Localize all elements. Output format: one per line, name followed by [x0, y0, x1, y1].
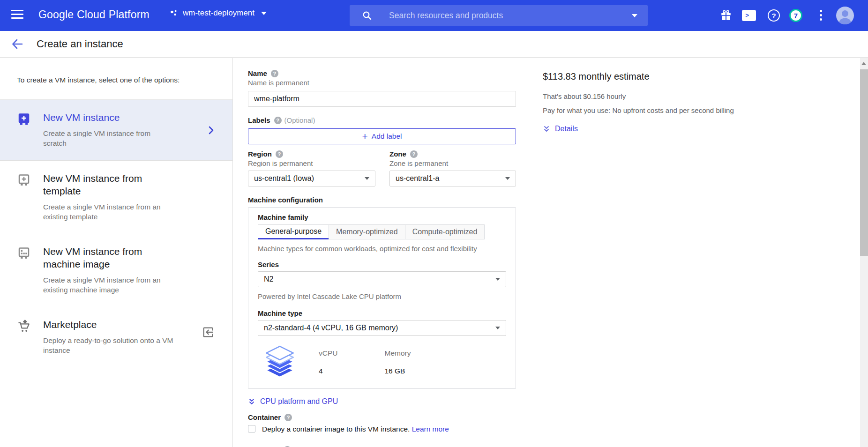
- estimate-hourly: That's about $0.156 hourly: [543, 92, 805, 100]
- project-name: wm-test-deployment: [183, 8, 254, 18]
- vcpu-summary: vCPU 4: [319, 344, 337, 375]
- question-help-icon[interactable]: ?: [410, 150, 418, 158]
- expand-more-double-icon: [543, 125, 550, 133]
- memory-value: 16 GB: [384, 367, 411, 375]
- container-label: Container: [248, 413, 281, 422]
- dropdown-caret-icon: [495, 278, 500, 281]
- container-checkbox-row: Deploy a container image to this VM inst…: [248, 425, 516, 433]
- region-hint: Region is permanent: [248, 159, 375, 168]
- name-input[interactable]: [248, 91, 516, 107]
- kebab-menu-icon[interactable]: [820, 10, 823, 22]
- sidebar-item-new-vm-from-template[interactable]: New VM instance from template Create a s…: [0, 161, 232, 234]
- vm-template-icon: [17, 173, 31, 187]
- back-arrow-icon[interactable]: [10, 37, 24, 51]
- labels-optional: (Optional): [284, 116, 315, 125]
- option-subtitle: Create a single VM instance from an exis…: [43, 275, 174, 295]
- vertical-scrollbar[interactable]: [860, 58, 868, 447]
- container-checkbox[interactable]: [248, 425, 255, 432]
- series-label: Series: [258, 261, 506, 268]
- zone-hint: Zone is permanent: [389, 159, 516, 168]
- question-help-icon[interactable]: ?: [274, 117, 282, 124]
- cloud-shell-icon[interactable]: >_: [742, 10, 756, 21]
- question-help-icon[interactable]: ?: [284, 414, 292, 421]
- machine-configuration-label: Machine configuration: [248, 196, 516, 204]
- region-field: Region ? Region is permanent us-central1…: [248, 150, 375, 186]
- details-text: Details: [555, 125, 578, 133]
- name-label-row: Name ?: [248, 69, 516, 78]
- container-label-row: Container ?: [248, 413, 516, 422]
- machine-type-label: Machine type: [258, 309, 506, 317]
- tab-memory-optimized[interactable]: Memory-optimized: [329, 224, 405, 239]
- expand-more-double-icon: [248, 398, 255, 406]
- machine-configuration-card: Machine family General-purpose Memory-op…: [248, 207, 516, 389]
- gcp-logo[interactable]: Google Cloud Platform: [38, 8, 150, 21]
- question-help-icon[interactable]: ?: [271, 70, 278, 77]
- hamburger-menu-icon[interactable]: [11, 10, 23, 20]
- open-panel-icon[interactable]: [202, 326, 215, 339]
- name-label: Name: [248, 69, 267, 78]
- notification-badge[interactable]: 7: [789, 9, 802, 22]
- create-options-sidebar: To create a VM instance, select one of t…: [0, 58, 233, 447]
- name-hint: Name is permanent: [248, 79, 516, 87]
- memory-label: Memory: [384, 349, 411, 358]
- region-zone-row: Region ? Region is permanent us-central1…: [248, 150, 516, 186]
- chevron-down-icon: [261, 12, 267, 15]
- add-label-button[interactable]: + Add label: [248, 128, 516, 144]
- dropdown-caret-icon: [365, 177, 369, 180]
- vm-plus-icon: [17, 112, 31, 126]
- sidebar-item-marketplace[interactable]: Marketplace Deploy a ready-to-go solutio…: [0, 307, 232, 367]
- cpu-platform-gpu-link[interactable]: CPU platform and GPU: [248, 397, 516, 406]
- option-title: New VM instance from template: [43, 172, 179, 197]
- labels-label-row: Labels ? (Optional): [248, 116, 516, 125]
- tab-compute-optimized[interactable]: Compute-optimized: [405, 224, 485, 239]
- page-header: Create an instance: [0, 31, 868, 58]
- series-value: N2: [264, 275, 273, 283]
- machine-image-icon: [17, 246, 31, 260]
- avatar[interactable]: [836, 7, 854, 24]
- cpu-platform-gpu-text: CPU platform and GPU: [260, 397, 338, 406]
- sidebar-item-new-vm-from-machine-image[interactable]: New VM instance from machine image Creat…: [0, 234, 232, 307]
- zone-value: us-central1-a: [396, 174, 439, 183]
- labels-label: Labels: [248, 116, 270, 125]
- sidebar-item-new-vm-instance[interactable]: New VM instance Create a single VM insta…: [0, 100, 232, 161]
- machine-family-label: Machine family: [258, 213, 506, 222]
- search-bar[interactable]: [350, 5, 648, 26]
- search-scope-caret-icon[interactable]: [632, 14, 637, 17]
- estimate-billing-note: Pay for what you use: No upfront costs a…: [543, 106, 805, 114]
- vcpu-label: vCPU: [319, 349, 337, 358]
- instance-form: Name ? Name is permanent Labels ? (Optio…: [233, 58, 543, 447]
- help-icon[interactable]: ?: [768, 9, 780, 22]
- option-title: New VM instance from machine image: [43, 245, 179, 270]
- question-help-icon[interactable]: ?: [276, 150, 283, 158]
- machine-family-tabs: General-purpose Memory-optimized Compute…: [258, 224, 506, 239]
- region-dropdown[interactable]: us-central1 (Iowa): [248, 171, 375, 186]
- zone-dropdown[interactable]: us-central1-a: [389, 171, 516, 186]
- series-hint: Powered by Intel Cascade Lake CPU platfo…: [258, 292, 506, 301]
- chevron-right-icon: [205, 125, 217, 136]
- learn-more-link[interactable]: Learn more: [412, 425, 449, 433]
- machine-type-value: n2-standard-4 (4 vCPU, 16 GB memory): [264, 324, 398, 332]
- details-link[interactable]: Details: [543, 125, 805, 133]
- top-navigation-bar: Google Cloud Platform wm-test-deployment: [0, 0, 868, 31]
- zone-label: Zone: [389, 150, 406, 158]
- machine-family-hint: Machine types for common workloads, opti…: [258, 244, 506, 253]
- gift-icon[interactable]: [720, 9, 732, 22]
- machine-type-dropdown[interactable]: n2-standard-4 (4 vCPU, 16 GB memory): [258, 320, 506, 336]
- scroll-up-arrow-icon[interactable]: [861, 62, 866, 65]
- machine-type-summary: vCPU 4 Memory 16 GB: [258, 342, 506, 386]
- search-icon: [362, 10, 372, 21]
- search-input[interactable]: [388, 10, 648, 21]
- option-subtitle: Create a single VM instance from an exis…: [43, 202, 174, 222]
- option-subtitle: Create a single VM instance from scratch: [43, 128, 174, 148]
- series-dropdown[interactable]: N2: [258, 271, 506, 287]
- region-label: Region: [248, 150, 272, 158]
- option-title: Marketplace: [43, 318, 174, 331]
- dropdown-caret-icon: [495, 327, 500, 329]
- project-selector[interactable]: wm-test-deployment: [170, 8, 267, 18]
- dropdown-caret-icon: [505, 177, 510, 180]
- option-title: New VM instance: [43, 111, 174, 124]
- zone-field: Zone ? Zone is permanent us-central1-a: [389, 150, 516, 186]
- scrollbar-thumb[interactable]: [860, 69, 868, 256]
- tab-general-purpose[interactable]: General-purpose: [258, 224, 329, 239]
- region-value: us-central1 (Iowa): [254, 174, 314, 183]
